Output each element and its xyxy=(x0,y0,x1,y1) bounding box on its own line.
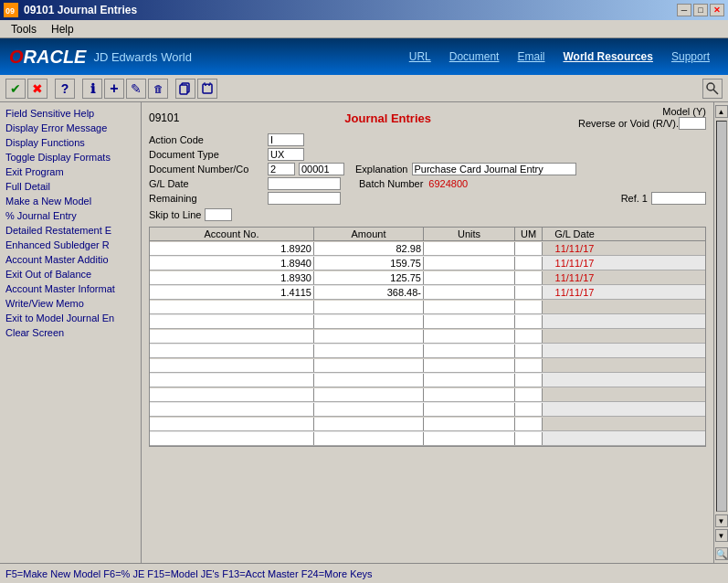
nav-write-view-memo[interactable]: Write/View Memo xyxy=(0,296,141,311)
nav-display-functions[interactable]: Display Functions xyxy=(0,135,141,150)
acct-input-1[interactable] xyxy=(150,257,313,270)
zoom-button[interactable]: 🔍 xyxy=(715,547,728,560)
nav-make-new-model[interactable]: Make a New Model xyxy=(0,194,141,208)
units-input-6[interactable] xyxy=(424,330,514,343)
units-input-7[interactable] xyxy=(424,344,514,357)
amt-input-1[interactable] xyxy=(314,257,423,270)
menu-tools[interactable]: Tools xyxy=(4,21,44,37)
close-button[interactable]: ✕ xyxy=(710,4,724,16)
menu-help[interactable]: Help xyxy=(44,21,81,37)
units-input-9[interactable] xyxy=(424,374,514,387)
acct-input-4[interactable] xyxy=(150,301,313,313)
units-input-3[interactable] xyxy=(424,286,514,299)
um-input-5[interactable] xyxy=(515,315,542,328)
gl-date-input[interactable] xyxy=(268,177,341,190)
scroll-down-button1[interactable]: ▼ xyxy=(715,514,728,527)
nav-exit-program[interactable]: Exit Program xyxy=(0,164,141,179)
units-input-1[interactable] xyxy=(424,257,514,270)
doc-type-input[interactable] xyxy=(268,148,304,161)
nav-account-master-add[interactable]: Account Master Additio xyxy=(0,252,141,267)
acct-input-12[interactable] xyxy=(150,418,313,430)
units-input-5[interactable] xyxy=(424,315,514,328)
nav-detailed-restatement[interactable]: Detailed Restatement E xyxy=(0,223,141,238)
um-input-0[interactable] xyxy=(515,242,542,255)
units-input-8[interactable] xyxy=(424,359,514,372)
units-input-2[interactable] xyxy=(424,271,514,284)
um-input-11[interactable] xyxy=(515,403,542,416)
nav-enhanced-subledger[interactable]: Enhanced Subledger R xyxy=(0,238,141,252)
cancel-button[interactable]: ✖ xyxy=(27,79,47,99)
units-input-10[interactable] xyxy=(424,388,514,401)
reverse-input[interactable] xyxy=(679,117,706,130)
nav-display-error-message[interactable]: Display Error Message xyxy=(0,121,141,135)
nav-toggle-display[interactable]: Toggle Display Formats xyxy=(0,150,141,164)
acct-input-8[interactable] xyxy=(150,359,313,372)
um-input-7[interactable] xyxy=(515,344,542,357)
nav-document[interactable]: Document xyxy=(440,48,509,65)
nav-email[interactable]: Email xyxy=(508,48,554,65)
amt-input-2[interactable] xyxy=(314,271,423,284)
nav-clear-screen[interactable]: Clear Screen xyxy=(0,325,141,340)
paste-button[interactable] xyxy=(197,79,217,99)
acct-input-5[interactable] xyxy=(150,315,313,328)
amt-input-10[interactable] xyxy=(314,388,423,401)
maximize-button[interactable]: □ xyxy=(693,4,708,16)
units-input-13[interactable] xyxy=(424,432,514,445)
nav-pct-journal[interactable]: % Journal Entry xyxy=(0,208,141,223)
nav-full-detail[interactable]: Full Detail xyxy=(0,179,141,194)
amt-input-9[interactable] xyxy=(314,374,423,387)
amt-input-6[interactable] xyxy=(314,330,423,343)
units-input-11[interactable] xyxy=(424,403,514,416)
acct-input-9[interactable] xyxy=(150,374,313,387)
amt-input-13[interactable] xyxy=(314,432,423,445)
minimize-button[interactable]: ─ xyxy=(677,4,691,16)
doc-number-input[interactable] xyxy=(268,163,295,175)
um-input-1[interactable] xyxy=(515,257,542,270)
search-button[interactable] xyxy=(702,79,723,99)
doc-number2-input[interactable] xyxy=(299,163,344,175)
amt-input-12[interactable] xyxy=(314,418,423,430)
scrollbar-track[interactable] xyxy=(716,121,727,512)
action-code-input[interactable] xyxy=(268,133,304,146)
amt-input-0[interactable] xyxy=(314,242,423,255)
edit-button[interactable]: ✎ xyxy=(126,79,146,99)
amt-input-11[interactable] xyxy=(314,403,423,416)
units-input-0[interactable] xyxy=(424,242,514,255)
copy-button[interactable] xyxy=(175,79,195,99)
units-input-4[interactable] xyxy=(424,301,514,313)
scroll-down-button2[interactable]: ▼ xyxy=(715,529,728,542)
help-button[interactable]: ? xyxy=(55,79,75,99)
um-input-12[interactable] xyxy=(515,418,542,430)
acct-input-10[interactable] xyxy=(150,388,313,401)
um-input-10[interactable] xyxy=(515,388,542,401)
amt-input-7[interactable] xyxy=(314,344,423,357)
acct-input-7[interactable] xyxy=(150,344,313,357)
amt-input-8[interactable] xyxy=(314,359,423,372)
um-input-9[interactable] xyxy=(515,374,542,387)
nav-exit-out-of-balance[interactable]: Exit Out of Balance xyxy=(0,267,141,281)
nav-world-resources[interactable]: World Resources xyxy=(554,48,661,65)
acct-input-3[interactable] xyxy=(150,286,313,299)
add-button[interactable]: + xyxy=(104,79,124,99)
nav-url[interactable]: URL xyxy=(400,48,440,65)
skip-input[interactable] xyxy=(205,208,232,221)
acct-input-2[interactable] xyxy=(150,271,313,284)
acct-input-0[interactable] xyxy=(150,242,313,255)
amt-input-3[interactable] xyxy=(314,286,423,299)
units-input-12[interactable] xyxy=(424,418,514,430)
um-input-13[interactable] xyxy=(515,432,542,445)
info-button[interactable]: ℹ xyxy=(82,79,102,99)
um-input-8[interactable] xyxy=(515,359,542,372)
um-input-4[interactable] xyxy=(515,301,542,313)
nav-exit-model-journal[interactable]: Exit to Model Journal En xyxy=(0,311,141,325)
nav-support[interactable]: Support xyxy=(662,48,719,65)
nav-field-sensitive-help[interactable]: Field Sensitive Help xyxy=(0,106,141,121)
ref1-input[interactable] xyxy=(651,192,706,205)
um-input-6[interactable] xyxy=(515,330,542,343)
explanation-input[interactable] xyxy=(412,163,576,175)
um-input-3[interactable] xyxy=(515,286,542,299)
um-input-2[interactable] xyxy=(515,271,542,284)
scroll-up-button[interactable]: ▲ xyxy=(715,105,728,118)
remaining-input[interactable] xyxy=(268,192,341,205)
check-button[interactable]: ✔ xyxy=(5,79,26,99)
